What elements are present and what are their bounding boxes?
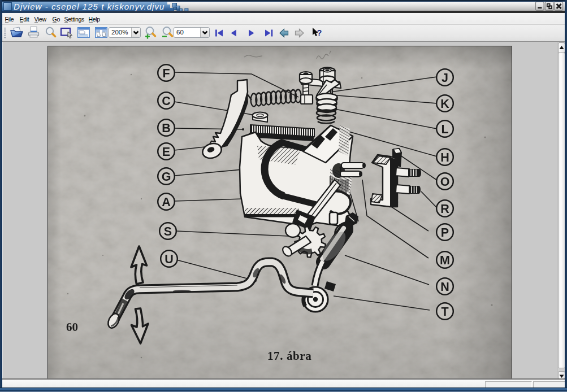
svg-text:A: A [162, 195, 171, 209]
svg-text:E: E [162, 145, 170, 159]
svg-text:H: H [440, 151, 449, 164]
svg-text:T: T [441, 305, 448, 319]
svg-text:F: F [162, 67, 170, 80]
svg-text:S: S [164, 225, 172, 238]
svg-text:17. ábra: 17. ábra [267, 349, 311, 363]
svg-text:P: P [441, 226, 449, 239]
svg-text:N: N [440, 280, 449, 294]
svg-text:O: O [440, 175, 450, 189]
svg-text:K: K [440, 97, 449, 111]
svg-text:M: M [440, 254, 450, 267]
svg-text:L: L [441, 123, 448, 136]
svg-text:C: C [162, 94, 171, 108]
svg-text:B: B [162, 121, 171, 135]
svg-text:R: R [440, 202, 449, 216]
svg-text:?: ? [317, 28, 322, 37]
svg-text:G: G [162, 170, 171, 184]
svg-text:J: J [442, 71, 448, 85]
svg-text:60: 60 [66, 320, 78, 334]
svg-text:U: U [165, 252, 174, 266]
